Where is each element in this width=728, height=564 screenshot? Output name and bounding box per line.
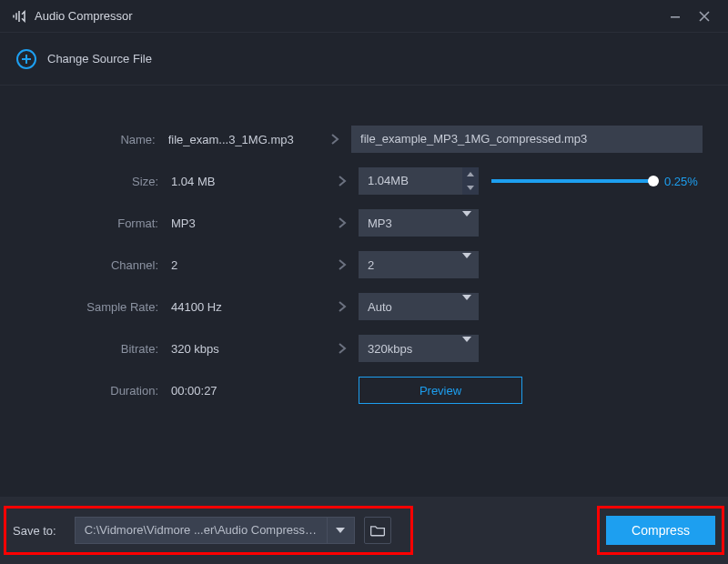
size-down-button[interactable] [462,181,479,195]
channel-value: 2 [368,258,462,272]
chevron-right-icon [326,258,359,271]
channel-dropdown[interactable]: 2 [359,251,479,278]
source-sample-rate: 44100 Hz [171,300,326,314]
row-name: Name: file_exam...3_1MG.mp3 [25,118,703,160]
close-button[interactable] [690,4,719,29]
sample-rate-value: Auto [368,300,462,314]
output-name-input[interactable] [351,126,703,153]
chevron-right-icon [319,133,351,146]
row-sample-rate: Sample Rate: 44100 Hz Auto [25,286,703,327]
output-size-value: 1.04MB [359,167,462,195]
source-channel: 2 [171,258,326,272]
main-panel: Name: file_exam...3_1MG.mp3 Size: 1.04 M… [0,86,728,411]
output-size-stepper[interactable]: 1.04MB [359,167,479,195]
app-icon [11,8,27,25]
label-duration: Duration: [25,384,171,398]
label-channel: Channel: [25,258,171,272]
chevron-right-icon [326,342,359,355]
size-slider[interactable] [491,179,653,183]
footer-bar: Save to: C:\Vidmore\Vidmore ...er\Audio … [0,497,728,564]
slider-thumb[interactable] [648,176,659,186]
source-format: MP3 [171,217,326,230]
chevron-down-icon [462,342,471,356]
app-title: Audio Compressor [35,9,133,23]
source-duration: 00:00:27 [171,384,326,398]
source-name: file_exam...3_1MG.mp3 [168,133,319,146]
add-icon[interactable] [16,49,36,69]
titlebar: Audio Compressor [0,0,728,33]
row-duration: Duration: 00:00:27 Preview [25,369,703,411]
format-value: MP3 [368,217,462,230]
chevron-down-icon [462,217,471,230]
chevron-down-icon [462,300,471,314]
size-reduction-pct: 0.25% [664,175,698,188]
label-format: Format: [25,217,171,230]
label-size: Size: [25,175,171,188]
svg-rect-0 [671,16,680,18]
format-dropdown[interactable]: MP3 [359,209,479,237]
size-up-button[interactable] [462,167,479,181]
label-sample-rate: Sample Rate: [25,300,171,314]
save-path-dropdown-button[interactable] [327,518,354,543]
row-bitrate: Bitrate: 320 kbps 320kbps [25,327,703,369]
compress-button[interactable]: Compress [606,516,715,545]
chevron-right-icon [326,175,359,187]
row-channel: Channel: 2 2 [25,244,703,286]
save-path-value: C:\Vidmore\Vidmore ...er\Audio Compresse… [76,518,327,543]
label-bitrate: Bitrate: [25,342,171,356]
bitrate-value: 320kbps [368,342,462,356]
chevron-down-icon [462,258,471,272]
bitrate-dropdown[interactable]: 320kbps [359,335,479,362]
row-size: Size: 1.04 MB 1.04MB 0.25% [25,160,703,202]
sample-rate-dropdown[interactable]: Auto [359,293,479,320]
change-source-label[interactable]: Change Source File [47,52,152,65]
preview-button[interactable]: Preview [359,377,522,404]
chevron-right-icon [326,217,359,229]
row-format: Format: MP3 MP3 [25,202,703,244]
change-source-row: Change Source File [0,33,728,86]
minimize-button[interactable] [661,4,690,29]
label-name: Name: [25,133,168,146]
source-size: 1.04 MB [171,175,326,188]
source-bitrate: 320 kbps [171,342,326,356]
save-path-combo[interactable]: C:\Vidmore\Vidmore ...er\Audio Compresse… [75,517,355,544]
browse-folder-button[interactable] [364,517,391,544]
save-to-label: Save to: [13,524,56,538]
save-path-group: Save to: C:\Vidmore\Vidmore ...er\Audio … [13,517,391,544]
chevron-right-icon [326,300,359,313]
